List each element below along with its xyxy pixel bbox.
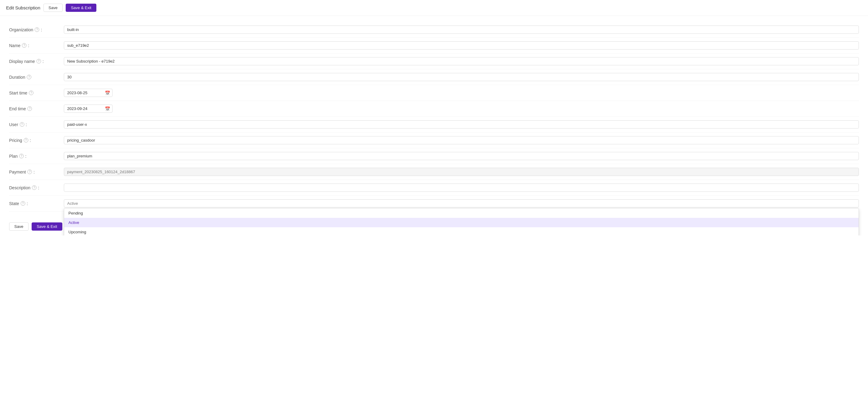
dropdown-item-active[interactable]: Active: [64, 218, 859, 227]
start-time-wrapper: 📅: [64, 89, 113, 97]
state-help-icon[interactable]: ?: [21, 201, 25, 206]
plan-label: Plan ? :: [9, 154, 64, 159]
save-exit-button[interactable]: Save & Exit: [66, 4, 96, 12]
plan-help-icon[interactable]: ?: [19, 154, 24, 158]
start-time-label: Start time ?: [9, 91, 64, 95]
end-time-label: End time ?: [9, 106, 64, 111]
plan-input[interactable]: [64, 152, 859, 160]
organization-row: Organization ? :: [9, 22, 859, 38]
state-dropdown: Pending Active Upcoming Expired Error Su…: [64, 208, 859, 235]
duration-label: Duration ?: [9, 75, 64, 79]
user-label: User ? :: [9, 122, 64, 127]
footer-save-button[interactable]: Save: [9, 222, 29, 231]
form-container: Organization ? : Name ? : Display name ?…: [0, 16, 868, 218]
end-time-row: End time ? 📅: [9, 101, 859, 117]
name-label: Name ? :: [9, 43, 64, 48]
payment-label: Payment ? :: [9, 169, 64, 174]
display-name-help-icon[interactable]: ?: [36, 59, 41, 64]
end-time-input[interactable]: [64, 104, 113, 113]
dropdown-item-pending[interactable]: Pending: [64, 208, 859, 218]
pricing-label: Pricing ? :: [9, 138, 64, 143]
description-help-icon[interactable]: ?: [32, 185, 36, 190]
name-input[interactable]: [64, 41, 859, 50]
display-name-row: Display name ? :: [9, 54, 859, 69]
start-time-help-icon[interactable]: ?: [29, 91, 33, 95]
page-title: Edit Subscription: [6, 5, 40, 10]
header: Edit Subscription Save Save & Exit: [0, 0, 868, 16]
state-input[interactable]: [64, 199, 859, 207]
pricing-help-icon[interactable]: ?: [24, 138, 28, 142]
display-name-label: Display name ? :: [9, 59, 64, 64]
state-row: State ? : Pending Active Upcoming Expire…: [9, 196, 859, 212]
duration-help-icon[interactable]: ?: [27, 75, 31, 79]
save-button[interactable]: Save: [43, 4, 63, 12]
description-row: Description ? :: [9, 180, 859, 196]
payment-input: [64, 168, 859, 176]
organization-help-icon[interactable]: ?: [35, 27, 39, 32]
organization-label: Organization ? :: [9, 27, 64, 32]
footer-save-exit-button[interactable]: Save & Exit: [32, 222, 62, 231]
name-help-icon[interactable]: ?: [22, 43, 26, 48]
start-time-input[interactable]: [64, 89, 113, 97]
user-row: User ? :: [9, 117, 859, 132]
end-time-help-icon[interactable]: ?: [27, 106, 32, 111]
organization-input[interactable]: [64, 26, 859, 34]
state-select-wrapper[interactable]: Pending Active Upcoming Expired Error Su…: [64, 199, 859, 207]
pricing-row: Pricing ? :: [9, 132, 859, 148]
payment-help-icon[interactable]: ?: [27, 169, 32, 174]
duration-input[interactable]: [64, 73, 859, 81]
start-time-row: Start time ? 📅: [9, 85, 859, 101]
state-label: State ? :: [9, 201, 64, 206]
user-help-icon[interactable]: ?: [20, 122, 24, 127]
user-input[interactable]: [64, 120, 859, 129]
dropdown-item-upcoming[interactable]: Upcoming: [64, 227, 859, 235]
description-input[interactable]: [64, 184, 859, 192]
display-name-input[interactable]: [64, 57, 859, 65]
duration-row: Duration ?: [9, 69, 859, 85]
payment-row: Payment ? :: [9, 164, 859, 180]
name-row: Name ? :: [9, 38, 859, 54]
pricing-input[interactable]: [64, 136, 859, 144]
description-label: Description ? :: [9, 185, 64, 190]
plan-row: Plan ? :: [9, 148, 859, 164]
end-time-wrapper: 📅: [64, 104, 113, 113]
